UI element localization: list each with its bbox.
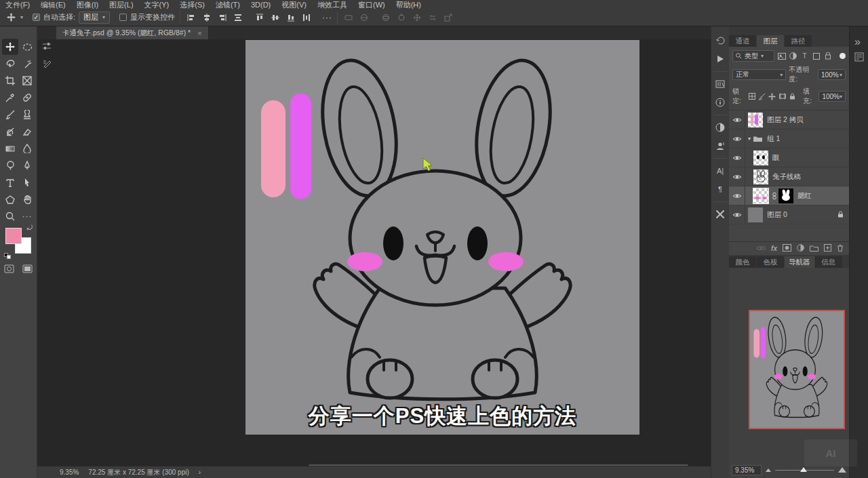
layer-effects-icon[interactable]: fx — [771, 245, 777, 252]
align-bottom-edges-icon[interactable] — [285, 12, 297, 23]
layer-row[interactable]: ▾组 1 — [729, 130, 849, 148]
visibility-eye-icon[interactable] — [732, 174, 742, 180]
layer-visibility-cell[interactable] — [729, 148, 745, 167]
eraser-tool[interactable] — [19, 123, 35, 140]
menu-item[interactable]: 视图(V) — [276, 0, 312, 9]
layer-thumbnail[interactable] — [753, 170, 768, 184]
panel-tab-色板[interactable]: 色板 — [757, 256, 784, 268]
visibility-eye-icon[interactable] — [732, 117, 742, 123]
menu-item[interactable]: 编辑(E) — [35, 0, 71, 9]
align-h-centers-icon[interactable] — [201, 12, 213, 23]
new-layer-icon[interactable] — [824, 244, 831, 253]
navigator-proxy-view[interactable] — [749, 310, 845, 429]
close-tab-icon[interactable]: × — [197, 29, 201, 37]
lasso-tool[interactable] — [2, 56, 18, 72]
group-folder-icon[interactable]: ▾ — [748, 135, 763, 142]
tool-presets-panel-icon[interactable] — [713, 208, 727, 220]
visibility-eye-icon[interactable] — [732, 193, 742, 199]
layer-name[interactable]: 图层 0 — [767, 210, 787, 220]
filter-shape-icon[interactable] — [812, 51, 821, 61]
crop-tool[interactable] — [2, 73, 18, 89]
align-left-edges-icon[interactable] — [185, 12, 197, 23]
swap-colors-icon[interactable]: ⤾ — [27, 224, 33, 232]
menu-item[interactable]: 窗口(W) — [353, 0, 391, 9]
layer-name[interactable]: 图层 2 拷贝 — [767, 115, 804, 125]
distribute-icon[interactable] — [232, 12, 244, 23]
history-brush-tool[interactable] — [2, 123, 18, 140]
navigator-zoom-field[interactable]: 9.35% — [732, 465, 762, 475]
menu-item[interactable]: 增效工具 — [312, 0, 353, 9]
clone-stamp-tool[interactable] — [19, 106, 35, 123]
layer-thumbnail[interactable] — [748, 113, 763, 127]
menu-item[interactable]: 文字(Y) — [139, 0, 175, 9]
brush-tool[interactable] — [2, 106, 18, 123]
filter-pixel-icon[interactable] — [777, 51, 786, 61]
magic-wand-tool[interactable] — [19, 56, 35, 72]
marquee-tool[interactable] — [19, 39, 35, 55]
zoom-in-icon[interactable] — [838, 467, 846, 473]
foreground-color-swatch[interactable] — [5, 228, 22, 244]
info-panel-icon[interactable] — [713, 96, 727, 108]
layer-name[interactable]: 眼 — [772, 153, 780, 163]
more-options-icon[interactable]: ··· — [322, 13, 332, 22]
status-zoom[interactable]: 9.35% — [60, 469, 79, 476]
layer-thumbnail[interactable] — [748, 207, 763, 222]
lock-pixels-icon[interactable] — [758, 92, 766, 102]
tool-preset-arrow-icon[interactable]: ▾ — [20, 14, 23, 20]
blend-mode-dropdown[interactable]: 正常▾ — [732, 69, 786, 80]
layer-row[interactable]: 兔子线稿 — [729, 167, 849, 186]
layer-name[interactable]: 组 1 — [767, 134, 780, 144]
character-panel-icon[interactable]: A| — [713, 165, 727, 177]
mask-link-icon[interactable] — [772, 192, 776, 200]
show-transform-checkbox[interactable] — [119, 14, 127, 21]
layer-row[interactable]: 眼 — [729, 148, 849, 167]
frame-tool[interactable] — [19, 73, 35, 89]
slider-thumb[interactable] — [800, 467, 807, 472]
type-tool[interactable] — [2, 174, 18, 191]
layer-mask-thumbnail[interactable] — [778, 188, 793, 203]
fill-dropdown[interactable]: 100%▾ — [818, 91, 846, 102]
filter-adjustment-icon[interactable] — [789, 51, 797, 61]
auto-select-checkbox[interactable]: ✓ — [33, 14, 40, 21]
history-panel-icon[interactable] — [713, 35, 727, 47]
panel-tab-路径[interactable]: 路径 — [785, 35, 812, 47]
properties-panel-icon[interactable] — [854, 52, 864, 64]
align-v-centers-icon[interactable] — [269, 12, 281, 23]
collapse-panels-icon[interactable]: » — [854, 36, 861, 48]
hand-tool[interactable] — [19, 191, 35, 207]
panel-tab-颜色[interactable]: 颜色 — [729, 256, 756, 268]
menu-item[interactable]: 图层(L) — [104, 0, 138, 9]
menu-item[interactable]: 图像(I) — [71, 0, 104, 9]
align-right-edges-icon[interactable] — [216, 12, 229, 23]
zoom-out-icon[interactable] — [766, 469, 771, 472]
menu-item[interactable]: 3D(D) — [245, 0, 276, 9]
panel-tab-信息[interactable]: 信息 — [815, 256, 842, 268]
lock-artboard-icon[interactable] — [778, 92, 786, 102]
zoom-tool[interactable] — [2, 208, 18, 224]
distribute-v-icon[interactable] — [300, 12, 313, 23]
layer-visibility-cell[interactable] — [729, 111, 745, 129]
move-tool-icon[interactable] — [5, 12, 17, 23]
path-select-tool[interactable] — [19, 174, 35, 191]
gradient-tool[interactable] — [2, 140, 18, 157]
new-group-icon[interactable] — [810, 245, 818, 253]
layer-row[interactable]: 图层 2 拷贝 — [729, 111, 849, 130]
eyedropper-tool[interactable] — [2, 89, 18, 106]
layer-thumbnail[interactable] — [753, 151, 768, 165]
quick-mask-icon[interactable] — [4, 264, 14, 276]
healing-brush-tool[interactable] — [19, 89, 35, 106]
new-adjustment-icon[interactable] — [797, 244, 804, 253]
adjustments-panel-icon[interactable] — [713, 121, 727, 134]
layer-name[interactable]: 腮红 — [797, 191, 812, 201]
lock-transparent-icon[interactable] — [748, 92, 755, 102]
link-layers-icon[interactable] — [757, 245, 766, 252]
opacity-dropdown[interactable]: 100%▾ — [818, 69, 846, 80]
navigator-zoom-slider[interactable] — [775, 470, 834, 471]
visibility-eye-icon[interactable] — [732, 212, 742, 218]
layer-thumbnail[interactable] — [753, 188, 768, 203]
menu-item[interactable]: 帮助(H) — [391, 0, 427, 9]
panel-tab-图层[interactable]: 图层 — [757, 35, 784, 47]
shape-tool[interactable] — [2, 191, 18, 207]
delete-layer-icon[interactable] — [837, 244, 844, 253]
align-top-edges-icon[interactable] — [254, 12, 266, 23]
